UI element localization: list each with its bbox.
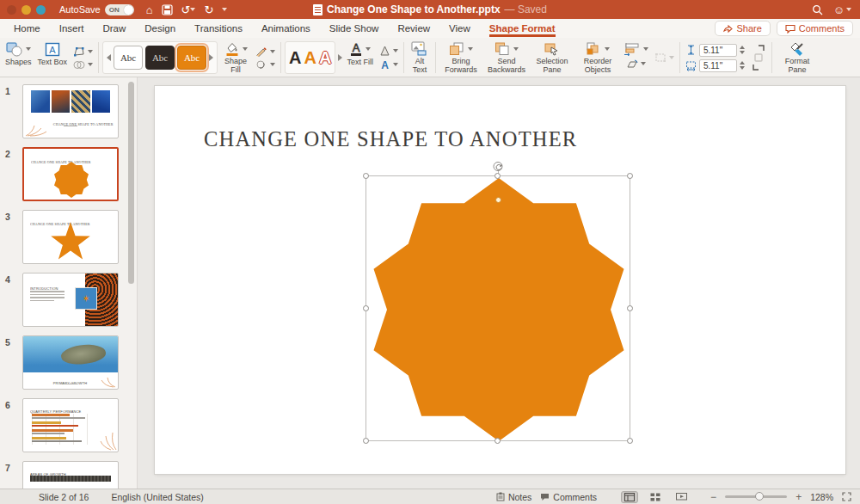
resize-handle-ne[interactable] <box>627 173 633 179</box>
smiley-dropdown-icon[interactable] <box>846 8 851 11</box>
undo-icon[interactable]: ↺ <box>181 4 191 15</box>
search-icon[interactable] <box>812 4 823 15</box>
resize-handle-n[interactable] <box>494 173 501 179</box>
comments-toggle-button[interactable]: Comments <box>540 492 597 502</box>
bring-forwards-button[interactable]: Bring Forwards <box>439 40 482 76</box>
text-fill-button[interactable]: A Text Fill <box>345 40 375 76</box>
slide-1-preview[interactable]: CHANGE ONE SHAPE TO ANOTHER <box>22 84 119 138</box>
gallery-prev-icon[interactable] <box>107 54 111 61</box>
autosave-control[interactable]: AutoSave ON <box>59 4 134 15</box>
text-outline-button[interactable] <box>379 46 398 56</box>
normal-view-button[interactable] <box>621 491 638 503</box>
edit-shape-button[interactable] <box>73 46 93 57</box>
reorder-objects-button[interactable]: Reorder Objects <box>576 40 619 76</box>
zoom-in-button[interactable]: + <box>796 491 802 503</box>
thumbnail-slide-1[interactable]: 1 CHANGE ONE SHAPE TO ANOTHER <box>5 84 137 138</box>
thumbnail-slide-3[interactable]: 3 CHANGE ONE SHAPE TO ANOTHER <box>5 210 137 264</box>
slide-4-preview[interactable]: ✶ INTRODUCTION <box>22 273 119 327</box>
width-stepper[interactable] <box>740 61 745 70</box>
wordart-style-black[interactable]: A <box>289 49 301 66</box>
toolbar-overflow-icon[interactable] <box>222 8 227 11</box>
slide-editing-surface[interactable]: CHANGE ONE SHAPE TO ANOTHER <box>155 86 845 474</box>
wordart-style-orange[interactable]: A <box>304 49 316 66</box>
gallery-next-icon[interactable] <box>209 54 213 61</box>
align-button[interactable] <box>622 40 650 76</box>
aspect-lock-icon[interactable] <box>751 43 766 72</box>
slide-7-preview[interactable]: AREAS OF GROWTH <box>22 461 119 489</box>
slide-title-text[interactable]: CHANGE ONE SHAPE TO ANOTHER <box>204 127 577 151</box>
comments-button[interactable]: Comments <box>777 21 853 36</box>
tab-draw[interactable]: Draw <box>102 21 126 37</box>
shape-width-input[interactable]: 5.11" <box>699 59 737 72</box>
thumbnail-slide-2-selected[interactable]: 2 CHANGE ONE SHAPE TO ANOTHER <box>5 147 137 201</box>
shapes-button[interactable]: Shapes <box>3 40 34 76</box>
shape-style-swatch-black[interactable]: Abc <box>145 46 175 70</box>
notes-button[interactable]: Notes <box>496 492 531 502</box>
slideshow-view-button[interactable] <box>673 491 690 503</box>
resize-handle-s[interactable] <box>494 438 501 444</box>
saved-status[interactable]: — Saved <box>505 3 547 15</box>
shape-effects-button[interactable] <box>255 60 275 70</box>
tab-transitions[interactable]: Transitions <box>194 21 243 37</box>
group-objects-button[interactable] <box>654 52 674 63</box>
tab-slide-show[interactable]: Slide Show <box>329 21 379 37</box>
rotation-handle[interactable] <box>494 162 503 171</box>
tab-animations[interactable]: Animations <box>261 21 310 37</box>
shape-style-swatch-white[interactable]: Abc <box>114 46 143 70</box>
zoom-out-button[interactable]: − <box>710 491 716 503</box>
shape-fill-button[interactable]: Shape Fill <box>220 40 251 76</box>
tab-view[interactable]: View <box>449 21 470 37</box>
text-box-button[interactable]: A Text Box <box>36 40 70 76</box>
slide-6-preview[interactable]: QUARTERLY PERFORMANCE <box>22 398 119 452</box>
fit-to-window-icon[interactable] <box>842 492 851 501</box>
zoom-slider[interactable] <box>725 495 787 498</box>
share-button[interactable]: Share <box>715 21 770 36</box>
resize-handle-e[interactable] <box>627 305 633 311</box>
tab-insert[interactable]: Insert <box>59 21 84 37</box>
tab-review[interactable]: Review <box>397 21 430 37</box>
zoom-percentage[interactable]: 128% <box>810 492 833 502</box>
slide-workspace[interactable]: CHANGE ONE SHAPE TO ANOTHER <box>138 77 860 489</box>
wordart-gallery-next-icon[interactable] <box>338 54 342 61</box>
resize-handle-nw[interactable] <box>363 173 369 179</box>
shape-outline-button[interactable] <box>255 46 275 57</box>
redo-icon[interactable]: ↻ <box>204 4 213 15</box>
language-indicator[interactable]: English (United States) <box>111 492 203 502</box>
wordart-style-outline[interactable]: A <box>319 49 331 66</box>
merge-shapes-button[interactable] <box>73 60 93 70</box>
slide-3-preview[interactable]: CHANGE ONE SHAPE TO ANOTHER <box>22 210 119 264</box>
format-pane-button[interactable]: Format Pane <box>781 40 814 76</box>
tab-shape-format[interactable]: Shape Format <box>489 21 556 37</box>
resize-handle-w[interactable] <box>363 305 369 311</box>
shape-height-input[interactable]: 5.11" <box>699 44 737 57</box>
zoom-slider-thumb[interactable] <box>755 492 764 501</box>
autosave-toggle[interactable]: ON <box>105 4 134 15</box>
resize-handle-se[interactable] <box>627 438 633 444</box>
rotate-objects-icon[interactable] <box>626 59 638 69</box>
slide-5-preview[interactable]: PRIMARY GROWTH <box>22 335 119 390</box>
slide-sorter-view-button[interactable] <box>647 491 664 503</box>
tab-design[interactable]: Design <box>144 21 175 37</box>
thumbnail-slide-6[interactable]: 6 QUARTERLY PERFORMANCE <box>5 398 137 452</box>
thumbnail-slide-5[interactable]: 5 PRIMARY GROWTH <box>5 335 137 390</box>
shape-adjustment-handle[interactable] <box>495 197 501 203</box>
home-icon[interactable]: ⌂ <box>146 4 153 15</box>
shape-style-swatch-orange-selected[interactable]: Abc <box>177 46 206 70</box>
slide-2-preview[interactable]: CHANGE ONE SHAPE TO ANOTHER <box>22 147 119 201</box>
save-icon[interactable] <box>162 4 173 15</box>
thumbnail-slide-4[interactable]: 4 ✶ INTRODUCTION <box>5 273 137 327</box>
close-window-icon[interactable] <box>7 5 16 15</box>
height-stepper[interactable] <box>740 46 745 54</box>
thumbnail-scrollbar[interactable] <box>128 82 134 284</box>
tab-home[interactable]: Home <box>14 21 40 37</box>
feedback-smiley-icon[interactable]: ☺ <box>833 4 845 15</box>
undo-dropdown-icon[interactable] <box>190 8 195 11</box>
thumbnail-slide-7[interactable]: 7 AREAS OF GROWTH <box>5 461 137 489</box>
text-effects-button[interactable]: A <box>379 59 398 70</box>
alt-text-button[interactable]: Alt Text <box>408 40 432 76</box>
resize-handle-sw[interactable] <box>363 438 369 444</box>
minimize-window-icon[interactable] <box>22 5 31 15</box>
selection-pane-button[interactable]: Selection Pane <box>531 40 574 76</box>
fullscreen-window-icon[interactable] <box>36 5 46 15</box>
send-backwards-button[interactable]: Send Backwards <box>485 40 528 76</box>
